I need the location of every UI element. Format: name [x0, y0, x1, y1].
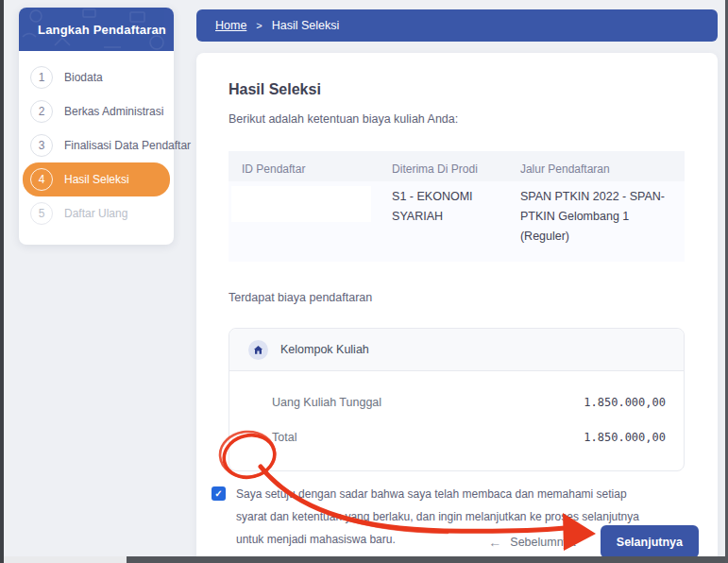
previous-button[interactable]: ← Sebelumnya	[488, 535, 576, 550]
breadcrumb-separator: >	[256, 20, 262, 31]
page-title: Hasil Seleksi	[229, 81, 686, 98]
fee-amount: 1.850.000,00	[584, 396, 666, 409]
step-item-finalisasi-data[interactable]: 3 Finalisasi Data Pendaftar	[19, 128, 174, 162]
main-content-card: Hasil Seleksi Berikut adalah ketentuan b…	[196, 53, 718, 563]
steps-list: 1 Biodata 2 Berkas Administrasi 3 Finali…	[19, 51, 174, 230]
wizard-footer: ← Sebelumnya Selanjutnya	[196, 525, 699, 558]
breadcrumb-current: Hasil Seleksi	[272, 19, 340, 32]
window-frame-left	[0, 0, 4, 563]
fee-row-total: Total 1.850.000,00	[272, 431, 666, 444]
registration-steps-panel: Langkah Pendaftaran 1 Biodata 2 Berkas A…	[19, 8, 174, 245]
breadcrumb: Home > Hasil Seleksi	[196, 9, 718, 42]
label-id-pendaftar: ID Pendaftar	[242, 162, 392, 176]
value-diterima-di-prodi: S1 - EKONOMI SYARIAH	[392, 187, 520, 247]
step-number-badge: 3	[30, 134, 53, 157]
step-number-badge: 2	[30, 100, 53, 123]
step-number-badge: 5	[30, 202, 53, 225]
next-button[interactable]: Selanjutnya	[601, 525, 699, 558]
steps-panel-header: Langkah Pendaftaran	[19, 8, 174, 51]
applicant-info-table: ID Pendaftar Diterima Di Prodi Jalur Pen…	[229, 151, 685, 262]
window-frame-bottom-left	[4, 556, 127, 563]
fee-group-label: Kelompok Kuliah	[280, 343, 369, 356]
left-arrow-icon: ←	[488, 535, 501, 550]
window-frame-bottom-bar	[127, 556, 725, 563]
agreement-checkbox[interactable]: ✓	[212, 486, 226, 501]
steps-panel-title: Langkah Pendaftaran	[38, 23, 166, 37]
step-item-hasil-seleksi-active[interactable]: 4 Hasil Seleksi	[23, 162, 170, 196]
label-diterima-di-prodi: Diterima Di Prodi	[392, 162, 520, 176]
fee-row-ukt: Uang Kuliah Tunggal 1.850.000,00	[272, 396, 666, 409]
fee-amount: 1.850.000,00	[584, 431, 666, 444]
fee-note: Terdapat biaya pendaftaran	[229, 291, 686, 304]
redacted-id-value	[231, 186, 371, 222]
value-jalur-pendaftaran: SPAN PTKIN 2022 - SPAN-PTKIN Gelombang 1…	[520, 187, 671, 247]
breadcrumb-home-link[interactable]: Home	[215, 19, 246, 32]
step-item-daftar-ulang: 5 Daftar Ulang	[19, 196, 174, 230]
step-item-biodata[interactable]: 1 Biodata	[19, 60, 174, 94]
home-icon	[248, 340, 268, 360]
fee-card: Kelompok Kuliah Uang Kuliah Tunggal 1.85…	[229, 328, 685, 471]
label-jalur-pendaftaran: Jalur Pendaftaran	[520, 162, 671, 176]
step-number-badge: 4	[30, 168, 53, 191]
step-item-berkas-administrasi[interactable]: 2 Berkas Administrasi	[19, 94, 174, 128]
page-subtitle: Berikut adalah ketentuan biaya kuliah An…	[229, 112, 686, 126]
step-number-badge: 1	[30, 66, 53, 89]
fee-card-header: Kelompok Kuliah	[229, 329, 684, 371]
